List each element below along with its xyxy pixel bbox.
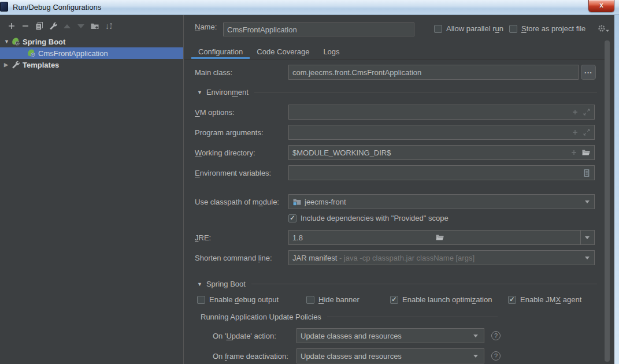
working-directory-field[interactable]: $MODULE_WORKING_DIR$ [288, 145, 595, 160]
move-down-button[interactable] [74, 20, 88, 32]
expand-field-icon[interactable] [583, 108, 591, 116]
copy-configuration-button[interactable] [32, 20, 46, 32]
name-input[interactable] [223, 23, 414, 36]
move-up-button[interactable] [60, 20, 74, 32]
spring-boot-icon [27, 49, 36, 58]
copy-icon [35, 21, 44, 31]
chevron-down-icon [606, 30, 609, 32]
enable-debug-output-checkbox[interactable] [197, 296, 205, 304]
working-directory-value: $MODULE_WORKING_DIR$ [292, 148, 391, 157]
add-icon [7, 21, 16, 31]
collapsed-twisty-icon[interactable]: ▶ [4, 62, 11, 68]
tree-node-label: Templates [23, 61, 59, 69]
section-divider [254, 92, 597, 92]
remove-icon [21, 21, 30, 31]
enable-jmx-agent-checkbox[interactable] [508, 296, 516, 304]
titlebar[interactable]: Run/Debug Configurations x [0, 0, 619, 15]
help-icon[interactable]: ? [491, 351, 501, 361]
update-policies-section-title: Running Application Update Policies [201, 313, 321, 321]
expand-field-icon[interactable] [583, 128, 591, 136]
tab-configuration[interactable]: Configuration [191, 45, 250, 60]
main-class-input[interactable] [288, 65, 579, 80]
environment-section-header[interactable]: ▼ Environment [197, 88, 597, 96]
on-frame-deactivation-combobox[interactable]: Update classes and resources [296, 348, 484, 363]
wrench-icon [11, 60, 20, 69]
chevron-down-icon [585, 236, 590, 239]
enable-launch-optimization-label: Enable launch optimization [402, 295, 492, 304]
window-border [614, 15, 619, 364]
program-arguments-label: Program arguments: [195, 128, 264, 137]
environment-variables-field[interactable] [288, 165, 595, 180]
configurations-tree-panel: ↓ az ▼ Spring Boot [0, 15, 184, 364]
shorten-command-line-combobox[interactable]: JAR manifest - java -cp classpath.jar cl… [288, 250, 595, 265]
main-class-label: Main class: [195, 68, 232, 77]
hide-banner-label: Hide banner [318, 295, 359, 304]
section-divider [327, 317, 498, 317]
vertical-scrollbar-thumb[interactable] [605, 40, 610, 362]
browse-main-class-button[interactable]: ... [581, 65, 596, 80]
tree-node-spring-boot[interactable]: ▼ Spring Boot [0, 36, 183, 47]
store-as-project-file-checkbox[interactable] [509, 25, 517, 33]
configuration-editor-panel: Name: Allow parallel run Store as projec… [184, 15, 614, 364]
tab-logs[interactable]: Logs [316, 45, 346, 60]
include-provided-checkbox[interactable] [288, 214, 296, 222]
close-button[interactable]: x [588, 0, 614, 12]
jre-combobox[interactable]: 1.8 [288, 230, 595, 245]
jre-dropdown-button[interactable] [580, 231, 594, 244]
enable-launch-optimization-checkbox[interactable] [390, 296, 398, 304]
module-combobox-value: jeecms-front [305, 198, 346, 206]
shorten-value-primary: JAR manifest [292, 254, 337, 262]
new-folder-button[interactable] [88, 20, 102, 32]
on-update-action-value: Update classes and resources [301, 332, 402, 340]
tree-node-templates[interactable]: ▶ Templates [0, 59, 183, 70]
vm-options-field[interactable] [288, 105, 595, 120]
open-folder-icon[interactable] [581, 148, 591, 157]
tab-bar: Configuration Code Coverage Logs [184, 45, 347, 60]
program-arguments-field[interactable] [288, 125, 595, 140]
sort-configurations-button[interactable]: ↓ az [102, 20, 116, 32]
expanded-twisty-icon[interactable]: ▼ [4, 39, 11, 44]
name-label: Name: [195, 23, 217, 31]
store-as-project-file-label: Store as project file [521, 24, 585, 33]
tab-code-coverage[interactable]: Code Coverage [250, 45, 316, 60]
add-macro-icon[interactable] [571, 128, 579, 136]
sort-alphabetically-icon: ↓ az [105, 22, 112, 30]
edit-defaults-button[interactable] [46, 20, 60, 32]
tree-node-label: CmsFrontApplication [38, 49, 108, 58]
shorten-value-secondary: - java -cp classpath.jar className [args… [337, 254, 475, 262]
allow-parallel-run-label: Allow parallel run [446, 24, 503, 33]
add-macro-icon[interactable] [571, 108, 579, 116]
environment-variables-label: Environment variables: [195, 169, 271, 177]
remove-configuration-button[interactable] [18, 20, 32, 32]
section-divider [251, 284, 597, 284]
hide-banner-checkbox[interactable] [306, 296, 314, 304]
shorten-command-line-label: Shorten command line: [195, 254, 272, 262]
expanded-twisty-icon: ▼ [197, 281, 202, 287]
move-up-icon [64, 24, 71, 28]
on-frame-deactivation-label: On frame deactivation: [213, 352, 288, 361]
open-folder-icon[interactable] [435, 233, 444, 242]
edit-variables-icon[interactable] [582, 169, 591, 177]
on-update-action-combobox[interactable]: Update classes and resources [296, 328, 484, 343]
chevron-down-icon [473, 335, 478, 337]
vm-options-label: VM options: [195, 108, 235, 117]
dialog-body: ↓ az ▼ Spring Boot [0, 15, 614, 364]
help-icon[interactable]: ? [491, 331, 501, 340]
allow-parallel-run-checkbox[interactable] [434, 25, 442, 33]
chevron-down-icon [585, 257, 590, 259]
module-combobox[interactable]: jeecms-front [288, 194, 595, 209]
store-options-gear-button[interactable] [597, 24, 610, 33]
tree-node-label: Spring Boot [23, 38, 65, 46]
run-debug-configurations-dialog: Run/Debug Configurations x [0, 0, 619, 364]
add-macro-icon[interactable] [570, 148, 578, 157]
tree-node-cmsfrontapplication[interactable]: CmsFrontApplication [0, 47, 183, 59]
enable-debug-output-label: Enable debug output [209, 295, 279, 304]
add-configuration-button[interactable] [5, 20, 18, 32]
gear-icon [597, 24, 606, 33]
use-classpath-label: Use classpath of module: [195, 198, 279, 206]
spring-boot-section-header[interactable]: ▼ Spring Boot [197, 280, 597, 288]
new-folder-icon [90, 21, 99, 31]
jre-label: JRE: [195, 233, 211, 242]
on-frame-deactivation-value: Update classes and resources [301, 352, 402, 361]
tab-separator [184, 59, 605, 60]
